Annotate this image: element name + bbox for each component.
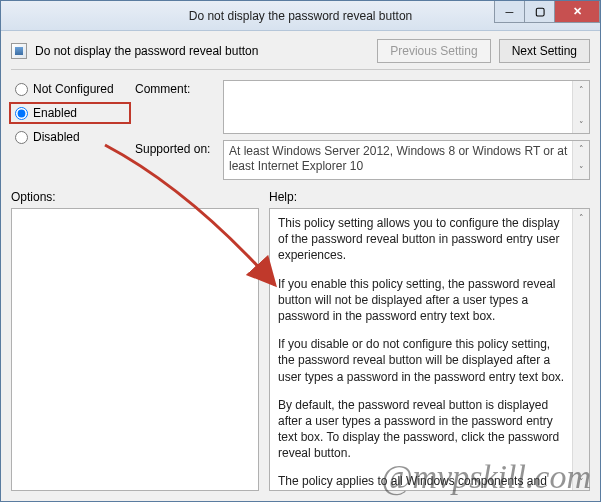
help-p1: This policy setting allows you to config… xyxy=(278,215,567,264)
radio-disabled[interactable]: Disabled xyxy=(15,130,125,144)
scroll-up-icon[interactable]: ˄ xyxy=(573,141,589,158)
comment-label: Comment: xyxy=(135,80,215,134)
previous-setting-button: Previous Setting xyxy=(377,39,490,63)
scroll-down-icon[interactable]: ˅ xyxy=(573,162,589,179)
options-label: Options: xyxy=(11,190,259,204)
header-row: Do not display the password reveal butto… xyxy=(1,31,600,69)
supported-scrollbar[interactable]: ˄ ˅ xyxy=(572,141,589,179)
scroll-down-icon[interactable]: ˅ xyxy=(573,116,589,133)
comment-input[interactable]: ˄ ˅ xyxy=(223,80,590,134)
radio-enabled[interactable]: Enabled xyxy=(9,102,131,124)
radio-disabled-label: Disabled xyxy=(33,130,80,144)
radio-enabled-input[interactable] xyxy=(15,107,28,120)
help-p3: If you disable or do not configure this … xyxy=(278,336,567,385)
comment-row: Comment: ˄ ˅ xyxy=(135,80,590,134)
scroll-up-icon[interactable]: ˄ xyxy=(573,209,589,226)
radio-not-configured[interactable]: Not Configured xyxy=(15,82,125,96)
lower-panels: Options: Help: This policy setting allow… xyxy=(1,186,600,501)
policy-editor-window: Do not display the password reveal butto… xyxy=(0,0,601,502)
options-panel xyxy=(11,208,259,491)
policy-icon xyxy=(11,43,27,59)
supported-row: Supported on: At least Windows Server 20… xyxy=(135,140,590,180)
supported-label: Supported on: xyxy=(135,140,215,180)
radio-disabled-input[interactable] xyxy=(15,131,28,144)
policy-caption: Do not display the password reveal butto… xyxy=(35,44,369,58)
titlebar: Do not display the password reveal butto… xyxy=(1,1,600,31)
scroll-up-icon[interactable]: ˄ xyxy=(573,81,589,98)
radio-not-configured-input[interactable] xyxy=(15,83,28,96)
help-text: This policy setting allows you to config… xyxy=(270,209,589,491)
help-p2: If you enable this policy setting, the p… xyxy=(278,276,567,325)
state-radios: Not Configured Enabled Disabled xyxy=(15,80,125,180)
supported-text: At least Windows Server 2012, Windows 8 … xyxy=(223,140,590,180)
scroll-down-icon[interactable]: ˅ xyxy=(573,473,589,490)
help-panel: This policy setting allows you to config… xyxy=(269,208,590,491)
maximize-button[interactable]: ▢ xyxy=(524,1,554,23)
radio-enabled-label: Enabled xyxy=(33,106,77,120)
window-controls: ─ ▢ ✕ xyxy=(494,1,600,23)
close-button[interactable]: ✕ xyxy=(554,1,600,23)
help-p5: The policy applies to all Windows compon… xyxy=(278,473,567,491)
supported-value: At least Windows Server 2012, Windows 8 … xyxy=(229,144,567,173)
help-scrollbar[interactable]: ˄ ˅ xyxy=(572,209,589,490)
radio-not-configured-label: Not Configured xyxy=(33,82,114,96)
config-area: Not Configured Enabled Disabled Comment:… xyxy=(1,70,600,186)
right-column: Comment: ˄ ˅ Supported on: At least Wind… xyxy=(135,80,590,180)
help-label: Help: xyxy=(269,190,590,204)
comment-scrollbar[interactable]: ˄ ˅ xyxy=(572,81,589,133)
minimize-button[interactable]: ─ xyxy=(494,1,524,23)
help-column: Help: This policy setting allows you to … xyxy=(269,190,590,491)
next-setting-button[interactable]: Next Setting xyxy=(499,39,590,63)
help-p4: By default, the password reveal button i… xyxy=(278,397,567,462)
options-column: Options: xyxy=(11,190,259,491)
